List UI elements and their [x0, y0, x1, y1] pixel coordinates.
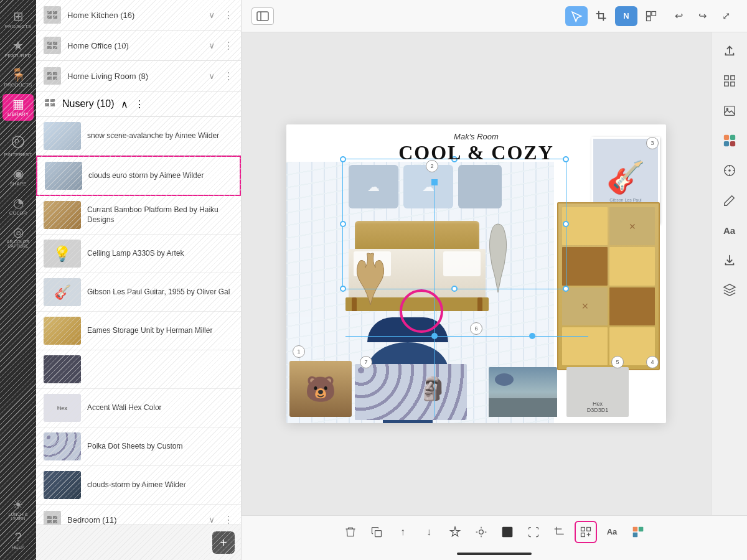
item-number-1: 1 — [293, 345, 305, 358]
panel-toggle-button[interactable] — [251, 7, 274, 25]
vase-image[interactable] — [479, 215, 517, 296]
svg-rect-25 — [652, 11, 656, 16]
wooden-figure-image[interactable]: 🗿 — [411, 361, 454, 417]
top-toolbar: N ↩ ↪ ⤢ — [242, 0, 747, 32]
download-button[interactable] — [717, 248, 742, 273]
collection-kitchen[interactable]: Home Kitchen (16) ∨ ⋮ — [36, 0, 241, 30]
share-button[interactable] — [717, 39, 742, 63]
select-tool-button[interactable] — [565, 6, 588, 26]
sidebar-item-library[interactable]: ▦ LIBRARY — [2, 94, 34, 121]
grid-icon — [723, 74, 736, 88]
undo-button[interactable]: ↩ — [667, 6, 690, 26]
hex-color-swatch[interactable]: HexD3D3D1 — [566, 367, 629, 417]
more-icon: ⋮ — [134, 98, 144, 110]
svg-rect-34 — [730, 135, 735, 140]
canvas-area: Mak's Room COOL & COZY 🎸 Gibson Les Paul… — [242, 32, 711, 515]
list-item[interactable]: Eames Storage Unit by Herman Miller — [36, 312, 241, 350]
image-button[interactable] — [717, 98, 742, 123]
bear-image[interactable]: 🐻 — [289, 361, 352, 417]
pen-button[interactable] — [717, 188, 742, 213]
canvas-container: Mak's Room COOL & COZY 🎸 Gibson Les Paul… — [242, 32, 747, 515]
left-sidebar: ⊞ PROJECTS ★ FEATURED 🪑 PRODUCTS ▦ LIBRA… — [0, 0, 36, 560]
sidebar-item-projects[interactable]: ⊞ PROJECTS — [2, 6, 34, 33]
frame-button[interactable] — [522, 521, 545, 543]
landscape-ground — [489, 398, 557, 417]
add-button[interactable]: + — [212, 531, 235, 554]
svg-rect-33 — [723, 135, 728, 140]
text3-button[interactable]: Aa — [601, 521, 623, 543]
list-item[interactable]: clouds-storm by Aimee Wilder — [36, 466, 241, 505]
svg-rect-17 — [50, 103, 55, 106]
more-icon: ⋮ — [223, 70, 233, 82]
list-item[interactable]: Currant Bamboo Platform Bed by Haiku Des… — [36, 196, 241, 235]
svg-text:P: P — [15, 138, 19, 146]
sidebar-item-featured[interactable]: ★ FEATURED — [2, 35, 34, 62]
item-thumbnail — [44, 471, 81, 499]
expand-button[interactable]: ⤢ — [715, 6, 737, 26]
notes-tool-button[interactable]: N — [615, 6, 637, 26]
list-item[interactable] — [36, 350, 241, 389]
item-thumbnail — [45, 162, 82, 190]
undo-redo-group: ↩ ↪ ⤢ — [667, 6, 737, 26]
svg-rect-46 — [639, 526, 644, 531]
move-down-button[interactable]: ↓ — [418, 521, 440, 543]
layers-button[interactable] — [717, 278, 742, 302]
style-icon — [723, 134, 736, 147]
storage-unit-image[interactable] — [557, 202, 660, 370]
library-panel: Home Kitchen (16) ∨ ⋮ Home Office (10) ∨… — [36, 0, 242, 560]
svg-rect-15 — [50, 99, 55, 102]
sidebar-item-lunch[interactable]: ☀ LUNCH & LEARN — [2, 495, 34, 525]
list-item[interactable]: Polka Dot Sheets by Custom — [36, 427, 241, 466]
text-icon: Aa — [607, 527, 618, 536]
list-item[interactable]: 💡 Ceiling Lamp A330S by Artek — [36, 235, 241, 273]
arrange-tool-button[interactable] — [640, 6, 662, 26]
board-header: Mak's Room COOL & COZY — [286, 124, 666, 168]
crop-tool-button[interactable] — [590, 6, 613, 26]
nusery-items: snow scene-avalanche by Aimee Wilder clo… — [36, 117, 241, 505]
text-button[interactable]: Aa — [717, 218, 742, 243]
style3-button[interactable] — [627, 521, 649, 543]
sidebar-item-pinterest[interactable]: P PINTEREST — [2, 131, 34, 161]
redo-button[interactable]: ↪ — [691, 6, 713, 26]
collection-living-room[interactable]: Home Living Room (8) ∨ ⋮ — [36, 61, 241, 91]
arrange-icon — [645, 10, 657, 22]
svg-rect-12 — [47, 77, 52, 80]
svg-point-38 — [728, 169, 731, 172]
svg-rect-20 — [47, 520, 52, 523]
collection-nusery[interactable]: Nusery (10) ∧ ⋮ — [36, 91, 241, 117]
compass-icon — [723, 164, 736, 177]
magic1-button[interactable] — [444, 521, 466, 543]
grid-button[interactable] — [717, 68, 742, 93]
list-item[interactable]: Hex Accent Wall Hex Color — [36, 389, 241, 427]
style-button[interactable] — [717, 128, 742, 153]
list-item[interactable]: 🎸 Gibson Les Paul Guitar, 1955 by Oliver… — [36, 273, 241, 312]
magic1-icon — [449, 526, 461, 538]
list-item[interactable]: snow scene-avalanche by Aimee Wilder — [36, 117, 241, 156]
landscape-photo[interactable] — [489, 367, 557, 417]
collection-bedroom[interactable]: Bedroom (11) ∨ ⋮ — [36, 505, 241, 525]
compass-button[interactable] — [717, 158, 742, 183]
sidebar-item-color[interactable]: ◔ COLOR — [2, 193, 34, 220]
antler-decoration[interactable] — [345, 249, 395, 311]
fill-button[interactable] — [496, 521, 519, 543]
list-item-selected[interactable]: clouds euro storm by Aimee Wilder — [36, 156, 241, 196]
collection-office[interactable]: Home Office (10) ∨ ⋮ — [36, 30, 241, 61]
select-icon — [570, 10, 583, 22]
sidebar-item-products[interactable]: 🪑 PRODUCTS — [2, 65, 34, 91]
sidebar-item-ar[interactable]: ◎ AR COLOR CAPTURE — [2, 222, 34, 252]
delete-button[interactable] — [339, 521, 362, 543]
duplicate-button[interactable] — [365, 521, 388, 543]
move-up-button[interactable]: ↑ — [392, 521, 414, 543]
sidebar-item-help[interactable]: ? HELP — [2, 527, 34, 554]
duplicate-icon — [370, 526, 383, 538]
storage-cell — [562, 327, 608, 365]
crop-button[interactable] — [548, 521, 571, 543]
item-number-3: 3 — [646, 137, 659, 149]
board-title: COOL & COZY — [299, 141, 654, 164]
svg-rect-27 — [724, 76, 728, 80]
library-add-button[interactable] — [575, 521, 597, 543]
svg-rect-11 — [53, 72, 57, 75]
sidebar-item-shape[interactable]: ◉ SHAPE — [2, 164, 34, 190]
magic2-button[interactable] — [470, 521, 492, 543]
moodboard[interactable]: Mak's Room COOL & COZY 🎸 Gibson Les Paul… — [286, 124, 666, 423]
